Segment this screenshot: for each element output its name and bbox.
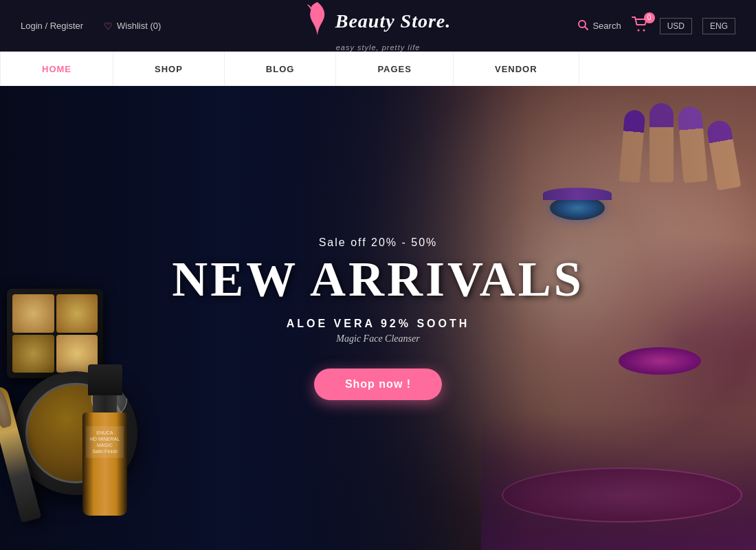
- nav-bar: HOME SHOP BLOG PAGES VENDOR: [0, 52, 756, 86]
- top-bar-right: Search 0 USD ENG: [577, 16, 735, 36]
- logo-text: Beauty Store.: [335, 10, 452, 32]
- hero-product-sub: Magic Face Cleanser: [172, 333, 584, 344]
- wishlist-link[interactable]: ♡ Wishlist (0): [104, 21, 161, 32]
- hero-products: ENUCA HD MINERAL MAGIC Satin Finish: [0, 289, 179, 550]
- hero-section: ENUCA HD MINERAL MAGIC Satin Finish Sale…: [0, 86, 756, 550]
- logo-row: Beauty Store.: [305, 1, 452, 43]
- heart-icon: ♡: [104, 21, 113, 32]
- logo-area: Beauty Store. easy style, pretty life: [305, 1, 452, 52]
- shadow-pan-3: [12, 335, 54, 373]
- hero-content: Sale off 20% - 50% NEW ARRIVALS ALOE VER…: [172, 236, 584, 400]
- shop-now-button[interactable]: Shop now !: [314, 368, 442, 400]
- search-icon: [577, 19, 588, 33]
- bottle-neck: [93, 395, 117, 412]
- top-bar-left: Login / Register ♡ Wishlist (0): [21, 21, 161, 32]
- bottle-details: Satin Finish: [88, 448, 122, 454]
- bottle-label: ENUCA HD MINERAL MAGIC Satin Finish: [86, 426, 124, 458]
- cart-button[interactable]: 0: [632, 16, 649, 36]
- sale-text: Sale off 20% - 50%: [172, 236, 584, 249]
- hero-headline: NEW ARRIVALS: [172, 254, 584, 304]
- nav-item-home[interactable]: HOME: [0, 52, 113, 86]
- logo-name: Beauty Store.: [335, 10, 452, 32]
- search-button[interactable]: Search: [577, 19, 621, 33]
- top-bar: Login / Register ♡ Wishlist (0) Beauty S…: [0, 0, 756, 52]
- currency-selector[interactable]: USD: [660, 18, 692, 34]
- logo-tagline: easy style, pretty life: [336, 43, 421, 52]
- wishlist-label: Wishlist (0): [117, 21, 161, 31]
- svg-point-3: [643, 29, 645, 31]
- hero-product-name: ALOE VERA 92% SOOTH: [172, 318, 584, 330]
- nav-item-pages[interactable]: PAGES: [336, 52, 454, 86]
- svg-line-1: [585, 27, 588, 30]
- bottle-product: HD MINERAL MAGIC: [88, 436, 122, 448]
- shadow-pan-2: [56, 294, 98, 333]
- nav-item-blog[interactable]: BLOG: [225, 52, 337, 86]
- language-selector[interactable]: ENG: [702, 18, 735, 34]
- bottle-brand: ENUCA: [88, 430, 122, 436]
- logo-bird-icon: [305, 1, 330, 43]
- foundation-bottle: ENUCA HD MINERAL MAGIC Satin Finish: [82, 364, 127, 516]
- svg-point-2: [637, 29, 639, 31]
- bottle-cap: [88, 364, 122, 395]
- login-register-link[interactable]: Login / Register: [21, 21, 83, 31]
- bottle-body: ENUCA HD MINERAL MAGIC Satin Finish: [82, 412, 127, 516]
- shadow-pan-1: [12, 294, 54, 333]
- nav-item-vendor[interactable]: VENDOR: [454, 52, 579, 86]
- search-label: Search: [592, 21, 621, 31]
- nav-item-shop[interactable]: SHOP: [113, 52, 225, 86]
- cart-badge: 0: [644, 12, 655, 23]
